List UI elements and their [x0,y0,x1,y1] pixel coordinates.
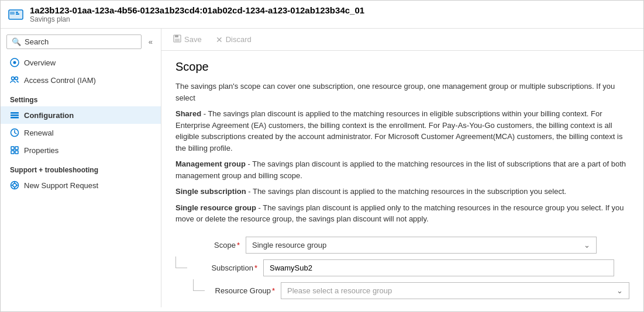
scope-description-single-rg: Single resource group - The savings plan… [175,202,629,225]
overview-label: Overview [24,58,56,67]
form-area: Scope* Single resource group ⌄ Subscript… [175,237,629,299]
svg-rect-4 [16,13,19,15]
search-area: 🔍 Search « [1,29,161,54]
support-section-label: Support + troubleshooting [1,159,161,176]
subscription-field-label: Subscription* [193,264,263,272]
sidebar-item-overview[interactable]: Overview [1,54,161,71]
subscription-field[interactable] [263,259,614,276]
properties-label: Properties [24,146,58,155]
scope-row: Scope* Single resource group ⌄ [175,237,629,254]
scope-description-shared: Shared - The savings plan discount is ap… [175,108,629,154]
configuration-label: Configuration [24,111,74,120]
top-bar-title-area: 1a23b123-01aa-123a-4b56-0123a1b23cd4:01a… [30,5,364,23]
svg-point-8 [15,77,18,80]
sidebar: 🔍 Search « Overview [1,29,161,307]
search-box[interactable]: 🔍 Search [6,34,142,49]
resource-group-placeholder: Please select a resource group [287,286,392,295]
settings-section-label: Settings [1,89,161,106]
svg-rect-25 [175,39,180,41]
scope-description-single-sub: Single subscription - The savings plan d… [175,186,629,197]
resource-group-required: * [272,286,275,295]
svg-point-6 [13,61,16,64]
resource-group-row: Resource Group* Please select a resource… [175,282,629,299]
mgmt-label: Management group [175,160,246,168]
properties-icon [10,145,19,155]
resource-subtitle: Savings plan [30,15,364,23]
sidebar-item-new-support[interactable]: New Support Request [1,176,161,194]
resource-group-chevron-icon: ⌄ [617,286,623,295]
toolbar: Save ✕ Discard [161,29,643,51]
save-button[interactable]: Save [171,33,204,46]
svg-rect-2 [10,12,15,15]
access-control-icon [10,75,19,85]
sidebar-item-renewal[interactable]: Renewal [1,124,161,141]
single-rg-label: Single resource group [175,203,256,212]
sidebar-item-configuration[interactable]: Configuration [1,106,161,124]
collapse-button[interactable]: « [146,36,155,47]
scope-select[interactable]: Single resource group ⌄ [246,237,597,254]
top-bar: 1a23b123-01aa-123a-4b56-0123a1b23cd4:01a… [1,1,643,29]
renewal-icon [10,128,19,137]
svg-rect-16 [15,151,18,154]
support-icon [10,181,19,190]
svg-rect-3 [16,12,18,13]
svg-rect-13 [11,147,14,150]
svg-point-7 [12,77,15,80]
scope-required: * [237,241,240,249]
save-label: Save [184,35,202,44]
svg-rect-9 [11,112,19,114]
scope-description-mgmt: Management group - The savings plan disc… [175,158,629,181]
scope-chevron-icon: ⌄ [584,241,590,249]
save-icon [173,34,181,44]
new-support-label: New Support Request [24,181,98,190]
configuration-icon [10,110,19,120]
savings-plan-icon [8,6,24,23]
sidebar-item-access-control[interactable]: Access Control (IAM) [1,71,161,89]
svg-rect-15 [11,151,14,154]
svg-rect-10 [11,115,19,116]
svg-point-18 [13,183,16,187]
resource-group-dropdown[interactable]: Please select a resource group ⌄ [281,282,629,299]
sidebar-item-properties[interactable]: Properties [1,141,161,159]
scope-dropdown[interactable]: Single resource group ⌄ [246,237,597,254]
single-sub-label: Single subscription [175,187,246,196]
search-icon: 🔍 [12,37,21,46]
content-area: Scope The savings plan's scope can cover… [161,51,643,307]
discard-icon: ✕ [216,35,223,44]
scope-title: Scope [175,60,629,74]
main-content: Save ✕ Discard Scope The savings plan's … [161,29,643,307]
renewal-label: Renewal [24,129,54,137]
svg-rect-14 [15,147,18,150]
svg-rect-24 [175,35,178,37]
search-text: Search [25,37,49,46]
shared-label: Shared [175,109,201,118]
access-control-label: Access Control (IAM) [24,76,96,85]
resource-group-select[interactable]: Please select a resource group ⌄ [281,282,629,299]
scope-field-label: Scope* [175,241,246,249]
discard-button[interactable]: ✕ Discard [213,34,254,46]
subscription-input[interactable] [263,259,614,276]
scope-description-1: The savings plan's scope can cover one s… [175,81,629,103]
discard-label: Discard [226,35,252,44]
subscription-required: * [254,264,257,272]
svg-rect-11 [11,117,19,119]
shared-desc: - The savings plan discount is applied t… [175,109,622,152]
overview-icon [10,58,19,67]
subscription-row: Subscription* [175,259,629,276]
resource-group-field-label: Resource Group* [211,286,281,295]
resource-id: 1a23b123-01aa-123a-4b56-0123a1b23cd4:01a… [30,5,364,15]
scope-value: Single resource group [252,241,326,249]
single-sub-desc: - The savings plan discount is applied t… [246,187,567,196]
